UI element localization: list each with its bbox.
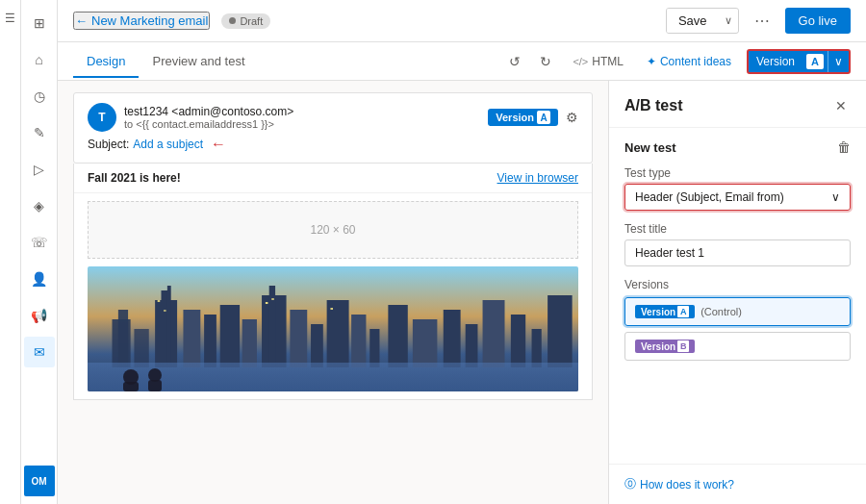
panel-body: New test 🗑 Test type Header (Subject, Em…	[609, 128, 866, 464]
test-title-input[interactable]	[624, 239, 851, 266]
svg-rect-29	[330, 308, 333, 310]
svg-point-32	[148, 368, 162, 382]
how-does-it-work-link[interactable]: ⓪ How does it work?	[624, 476, 851, 492]
sidebar-icon-om[interactable]: OM	[24, 466, 55, 496]
svg-rect-26	[164, 310, 166, 312]
test-title-label: Test title	[624, 222, 851, 236]
svg-rect-9	[242, 319, 257, 367]
settings-button[interactable]: ⚙	[566, 110, 578, 125]
version-b-item-label: Version	[641, 341, 675, 352]
sidebar-icon-edit[interactable]: ✎	[24, 117, 55, 148]
tabs-actions: ↺ ↻ </> HTML ✦ Content ideas Version A ∨	[503, 49, 851, 74]
save-dropdown-button[interactable]: ∨	[719, 10, 738, 32]
svg-rect-17	[388, 305, 407, 367]
go-live-button[interactable]: Go live	[785, 8, 851, 34]
version-a-badge: Version A	[488, 109, 558, 126]
view-in-browser-link[interactable]: View in browser	[497, 171, 578, 185]
test-type-select[interactable]: Header (Subject, Email from) ∨	[624, 184, 851, 211]
sidebar-icon-clock[interactable]: ◷	[24, 81, 55, 112]
new-test-label: New test	[624, 140, 675, 155]
email-preview-header: Fall 2021 is here! View in browser	[74, 164, 592, 193]
control-label: (Control)	[700, 306, 742, 317]
html-button[interactable]: </> HTML	[565, 51, 631, 72]
svg-rect-22	[511, 315, 525, 367]
svg-rect-15	[351, 315, 366, 367]
content-area: T test1234 <admin@contoso.com> to <{{ co…	[58, 81, 866, 504]
close-panel-button[interactable]: ✕	[831, 94, 851, 117]
version-button[interactable]: Version A ∨	[747, 49, 851, 74]
draft-badge: Draft	[221, 13, 270, 29]
top-bar-right: Save ∨ ⋯ Go live	[666, 7, 851, 35]
svg-rect-8	[220, 305, 240, 367]
subject-label: Subject:	[88, 138, 129, 151]
preview-placeholder: 120 × 60	[88, 201, 578, 259]
test-type-value: Header (Subject, Email from)	[635, 190, 784, 204]
hamburger-icon[interactable]: ☰	[0, 8, 21, 29]
add-subject-link[interactable]: Add a subject	[133, 138, 203, 151]
sidebar-icon-home[interactable]: ⌂	[24, 44, 55, 75]
svg-rect-27	[266, 302, 268, 304]
top-bar: ← New Marketing email Draft Save ∨ ⋯ Go …	[58, 0, 866, 42]
svg-rect-6	[183, 310, 200, 367]
svg-rect-28	[271, 298, 274, 300]
preview-title: Fall 2021 is here!	[88, 171, 181, 185]
question-circle-icon: ⓪	[624, 476, 636, 492]
from-info: test1234 <admin@contoso.com> to <{{ cont…	[124, 105, 293, 130]
versions-group: Versions Version A (Control) Version B	[624, 278, 851, 361]
email-preview: Fall 2021 is here! View in browser 120 ×…	[73, 164, 593, 400]
svg-rect-19	[444, 310, 461, 367]
panel-footer: ⓪ How does it work?	[609, 464, 866, 504]
page-title: New Marketing email	[91, 13, 208, 28]
test-type-label: Test type	[624, 166, 851, 180]
version-b-item-letter: B	[677, 340, 689, 352]
svg-rect-20	[466, 324, 478, 367]
editor-wrapper: T test1234 <admin@contoso.com> to <{{ co…	[58, 81, 608, 504]
svg-rect-5	[167, 286, 171, 367]
sidebar-icon-grid[interactable]: ⊞	[24, 8, 55, 38]
version-b-badge-item: Version B	[635, 340, 695, 353]
version-a-item[interactable]: Version A (Control)	[624, 297, 851, 326]
panel-title: A/B test	[624, 97, 682, 114]
undo-button[interactable]: ↺	[503, 50, 526, 73]
redo-button[interactable]: ↻	[534, 50, 557, 73]
tab-preview[interactable]: Preview and test	[139, 46, 258, 78]
email-from-row: T test1234 <admin@contoso.com> to <{{ co…	[88, 103, 578, 132]
version-chevron-icon: ∨	[828, 51, 849, 72]
main-content: ← New Marketing email Draft Save ∨ ⋯ Go …	[58, 0, 866, 504]
content-ideas-button[interactable]: ✦ Content ideas	[639, 51, 739, 72]
sidebar-icon-megaphone[interactable]: 📢	[24, 300, 55, 331]
html-code-icon: </>	[573, 56, 588, 67]
version-b-item[interactable]: Version B	[624, 332, 851, 361]
tabs-bar: Design Preview and test ↺ ↻ </> HTML ✦ C…	[58, 42, 866, 81]
back-button[interactable]: ← New Marketing email	[73, 12, 210, 30]
from-name: test1234 <admin@contoso.com>	[124, 105, 293, 118]
sidebar-icon-email[interactable]: ✉	[24, 337, 55, 367]
new-test-row: New test 🗑	[624, 139, 851, 155]
back-arrow-icon: ←	[75, 13, 88, 28]
save-button[interactable]: Save	[667, 9, 719, 33]
delete-test-button[interactable]: 🗑	[837, 139, 851, 155]
save-button-group: Save ∨	[666, 8, 739, 34]
preview-image	[88, 266, 578, 391]
hamburger-nav: ☰	[0, 0, 21, 504]
svg-rect-16	[369, 329, 379, 367]
svg-rect-21	[483, 300, 505, 367]
more-options-button[interactable]: ⋯	[747, 7, 777, 35]
sidebar-icon-phone[interactable]: ☏	[24, 227, 55, 258]
sidebar-icon-play[interactable]: ▷	[24, 154, 55, 185]
test-title-group: Test title	[624, 222, 851, 266]
sidebar-icon-segments[interactable]: ◈	[24, 190, 55, 221]
svg-rect-14	[327, 300, 349, 367]
svg-rect-33	[148, 380, 162, 391]
sidebar: ⊞ ⌂ ◷ ✎ ▷ ◈ ☏ 👤 📢 ✉ OM	[21, 0, 58, 504]
svg-rect-12	[290, 310, 307, 367]
sidebar-icon-person[interactable]: 👤	[24, 264, 55, 294]
version-a-letter: A	[537, 111, 550, 124]
svg-rect-23	[532, 329, 542, 367]
arrow-left-indicator: ←	[211, 136, 226, 153]
email-header-right: Version A ⚙	[488, 109, 578, 126]
svg-rect-13	[311, 324, 323, 367]
tab-design[interactable]: Design	[73, 46, 139, 78]
test-type-group: Test type Header (Subject, Email from) ∨	[624, 166, 851, 211]
panel-header: A/B test ✕	[609, 81, 866, 128]
